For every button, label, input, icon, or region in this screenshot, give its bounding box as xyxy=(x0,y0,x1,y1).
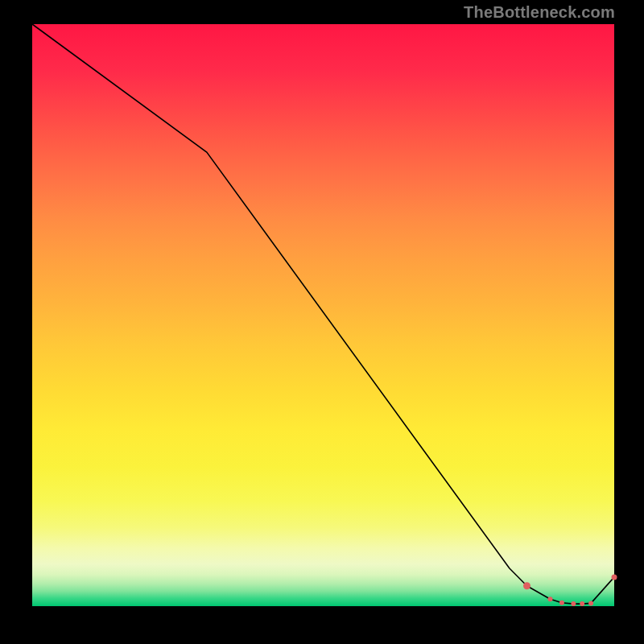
curve-marker xyxy=(580,601,584,606)
curve-marker xyxy=(588,601,593,605)
watermark-text: TheBottleneck.com xyxy=(464,3,615,22)
curve-marker xyxy=(559,601,564,605)
curve-marker xyxy=(548,597,553,601)
chart-stage: TheBottleneck.com xyxy=(0,0,644,644)
curve-marker xyxy=(571,601,576,606)
curve-marker xyxy=(612,574,617,580)
curve-marker xyxy=(523,582,530,589)
bottleneck-curve xyxy=(32,24,614,604)
curve-path xyxy=(32,24,614,604)
chart-overlay xyxy=(32,24,614,606)
